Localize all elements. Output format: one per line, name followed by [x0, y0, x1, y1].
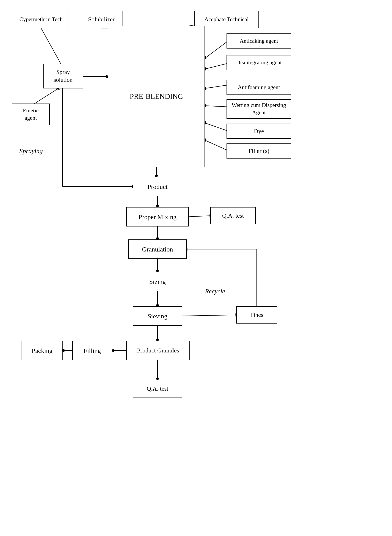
svg-line-37 — [181, 315, 237, 316]
svg-line-29 — [188, 216, 211, 217]
svg-line-8 — [205, 64, 227, 69]
disintegrating-box: Disintegrating agent — [227, 55, 291, 70]
product-box: Product — [133, 177, 182, 196]
svg-line-20 — [31, 88, 58, 106]
svg-line-16 — [205, 140, 227, 150]
dye-box: Dye — [227, 124, 291, 139]
granulation-box: Granulation — [128, 239, 187, 259]
svg-line-10 — [205, 85, 227, 88]
svg-line-14 — [205, 123, 227, 130]
preblending-box: PRE-BLENDING — [108, 26, 205, 167]
filling-box: Filling — [72, 341, 112, 360]
svg-line-0 — [41, 28, 63, 67]
cypermethrin-box: Cypermethrin Tech — [13, 11, 69, 28]
spray-solution-box: Spray solution — [43, 64, 83, 88]
sizing-box: Sizing — [133, 272, 182, 291]
flowchart-diagram: Cypermethrin Tech Solubilizer Acephate T… — [0, 0, 392, 536]
svg-line-12 — [205, 106, 227, 107]
wetting-box: Wetting cum Dispersing Agent — [227, 99, 291, 119]
solubilizer-box: Solubilizer — [80, 11, 123, 28]
acephate-box: Acephate Technical — [194, 11, 259, 28]
packing-box: Packing — [22, 341, 63, 360]
spraying-label: Spraying — [19, 147, 43, 155]
recycle-label: Recycle — [205, 287, 225, 295]
anticaking-box: Anticaking agent — [227, 33, 291, 49]
fines-box: Fines — [236, 306, 277, 323]
sieving-box: Sieving — [133, 306, 182, 326]
qa-test-1-box: Q.A. test — [210, 207, 256, 224]
product-granules-box: Product Granules — [126, 341, 190, 360]
svg-line-6 — [205, 42, 227, 58]
antifoaming-box: Antifoaming agent — [227, 80, 291, 95]
proper-mixing-box: Proper Mixing — [126, 207, 189, 226]
qa-test-2-box: Q.A. test — [133, 380, 182, 398]
emetic-box: Emetic agent — [12, 104, 50, 125]
filler-box: Filler (s) — [227, 143, 291, 158]
